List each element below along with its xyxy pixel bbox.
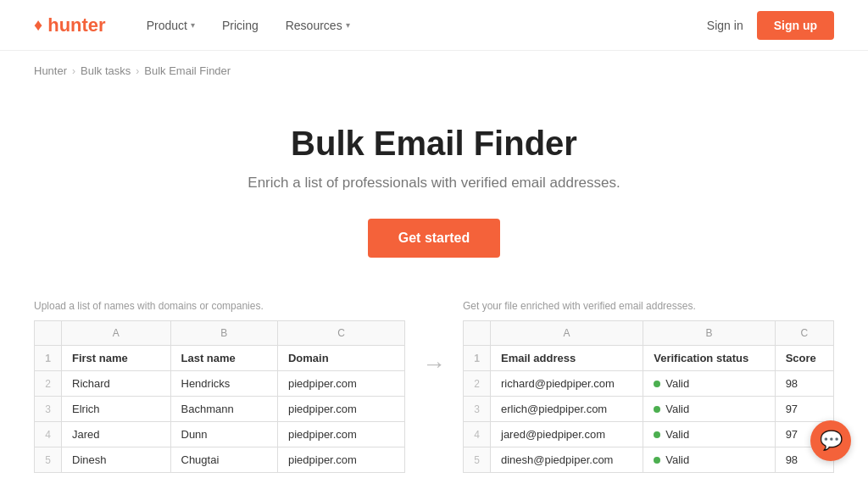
cell: Chugtai	[170, 447, 277, 473]
table-row: 1First nameLast nameDomain	[35, 346, 405, 371]
breadcrumb-home[interactable]: Hunter	[34, 64, 67, 77]
cell: Richard	[62, 371, 171, 397]
cell: erlich@piedpiper.com	[491, 397, 643, 422]
chat-button[interactable]: 💬	[810, 420, 851, 461]
table-row: 5dinesh@piedpiper.comValid98	[464, 447, 834, 473]
cell: Verification status	[643, 346, 775, 371]
row-number: 3	[464, 397, 491, 422]
hero-section: Bulk Email Finder Enrich a list of profe…	[0, 91, 868, 300]
right-spreadsheet: A B C 1Email addressVerification statusS…	[463, 320, 834, 473]
table-row: 5DineshChugtaipiedpiper.com	[35, 447, 405, 473]
row-number: 2	[35, 371, 62, 397]
cell: piedpiper.com	[277, 422, 404, 447]
nav-right: Sign in Sign up	[707, 11, 834, 40]
sign-up-button[interactable]: Sign up	[757, 11, 834, 40]
cell: Email address	[491, 346, 643, 371]
cell: piedpiper.com	[277, 371, 404, 397]
cell: Valid	[643, 397, 775, 422]
breadcrumb-bulk-tasks[interactable]: Bulk tasks	[81, 64, 131, 77]
nav-pricing[interactable]: Pricing	[209, 0, 272, 51]
cell: Bachmann	[170, 397, 277, 422]
col-header-c: C	[277, 321, 404, 346]
table-row: 2RichardHendrickspiedpiper.com	[35, 371, 405, 397]
col-header-b: B	[643, 321, 775, 346]
cell: piedpiper.com	[277, 397, 404, 422]
row-number: 2	[464, 371, 491, 397]
valid-icon	[654, 406, 660, 413]
chevron-down-icon: ▾	[191, 20, 195, 30]
col-header-a: A	[62, 321, 171, 346]
logo-icon: ♦	[34, 15, 42, 35]
row-number: 5	[464, 447, 491, 473]
breadcrumb: Hunter › Bulk tasks › Bulk Email Finder	[0, 51, 868, 91]
cell: jared@piedpiper.com	[491, 422, 643, 447]
table-row: 3erlich@piedpiper.comValid97	[464, 397, 834, 422]
col-header-a: A	[491, 321, 643, 346]
cell: Elrich	[62, 397, 171, 422]
tables-section: Upload a list of names with domains or c…	[0, 300, 868, 478]
right-table-block: Get your file enriched with verified ema…	[463, 300, 834, 473]
cell: Valid	[643, 447, 775, 473]
row-number: 4	[464, 422, 491, 447]
nav-resources[interactable]: Resources ▾	[272, 0, 364, 51]
cell: Valid	[643, 371, 775, 397]
left-table-block: Upload a list of names with domains or c…	[34, 300, 405, 473]
logo-text: hunter	[47, 14, 105, 36]
row-number: 1	[35, 346, 62, 371]
cell: Dinesh	[62, 447, 171, 473]
col-header-c: C	[775, 321, 833, 346]
get-started-button[interactable]: Get started	[368, 219, 500, 258]
right-table-label: Get your file enriched with verified ema…	[463, 300, 834, 312]
table-row: 3ElrichBachmannpiedpiper.com	[35, 397, 405, 422]
breadcrumb-sep: ›	[136, 65, 139, 77]
row-number: 1	[464, 346, 491, 371]
page-title: Bulk Email Finder	[17, 125, 851, 163]
cell: First name	[62, 346, 171, 371]
cell: Last name	[170, 346, 277, 371]
breadcrumb-current: Bulk Email Finder	[144, 64, 231, 77]
cell: Dunn	[170, 422, 277, 447]
hero-subtitle: Enrich a list of professionals with veri…	[17, 175, 851, 192]
row-number: 3	[35, 397, 62, 422]
cell: piedpiper.com	[277, 447, 404, 473]
table-row: 4JaredDunnpiedpiper.com	[35, 422, 405, 447]
cell: Jared	[62, 422, 171, 447]
sign-in-link[interactable]: Sign in	[707, 19, 743, 32]
table-row: 4jared@piedpiper.comValid97	[464, 422, 834, 447]
col-header-empty	[464, 321, 491, 346]
left-spreadsheet: A B C 1First nameLast nameDomain2Richard…	[34, 320, 405, 473]
arrow-container: →	[405, 300, 463, 378]
col-header-empty	[35, 321, 62, 346]
navigation: ♦ hunter Product ▾ Pricing Resources ▾ S…	[0, 0, 868, 51]
left-table-label: Upload a list of names with domains or c…	[34, 300, 405, 312]
table-row: 1Email addressVerification statusScore	[464, 346, 834, 371]
chevron-down-icon: ▾	[346, 20, 350, 30]
arrow-right-icon: →	[422, 351, 446, 378]
cell: dinesh@piedpiper.com	[491, 447, 643, 473]
cell: Domain	[277, 346, 404, 371]
cell: richard@piedpiper.com	[491, 371, 643, 397]
valid-icon	[654, 457, 660, 464]
cell: 97	[775, 397, 833, 422]
row-number: 4	[35, 422, 62, 447]
chat-icon: 💬	[820, 430, 843, 452]
breadcrumb-sep: ›	[72, 65, 75, 77]
cell: 98	[775, 371, 833, 397]
nav-links: Product ▾ Pricing Resources ▾	[133, 0, 707, 51]
col-header-b: B	[170, 321, 277, 346]
logo[interactable]: ♦ hunter	[34, 14, 106, 36]
valid-icon	[654, 431, 660, 438]
row-number: 5	[35, 447, 62, 473]
valid-icon	[654, 381, 660, 387]
table-row: 2richard@piedpiper.comValid98	[464, 371, 834, 397]
cell: Hendricks	[170, 371, 277, 397]
nav-product[interactable]: Product ▾	[133, 0, 209, 51]
cell: Valid	[643, 422, 775, 447]
cell: Score	[775, 346, 833, 371]
